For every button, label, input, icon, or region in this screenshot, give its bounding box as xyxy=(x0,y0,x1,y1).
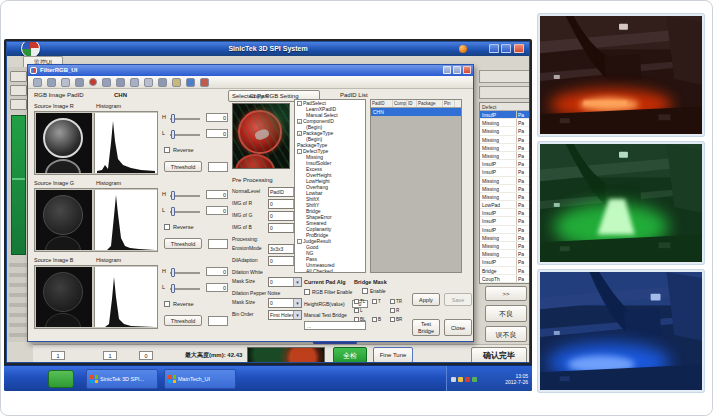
checkbox-icon[interactable] xyxy=(354,299,359,304)
bridge-mask-cell[interactable]: BR xyxy=(390,317,408,322)
more-button[interactable]: >> xyxy=(485,286,527,301)
bridge-mask-cell[interactable]: L xyxy=(354,308,372,313)
table-row[interactable]: MissingPa xyxy=(480,234,529,242)
confirm-done-button[interactable]: 确认完毕 xyxy=(471,347,527,363)
l-value-input[interactable]: 0 xyxy=(206,129,228,138)
table-row[interactable]: MissingPa xyxy=(480,242,529,250)
apply-button[interactable]: Apply xyxy=(412,293,440,306)
checkbox-icon[interactable] xyxy=(372,299,377,304)
sidebar-tool-button[interactable] xyxy=(10,99,27,110)
status-value-2[interactable]: 1 xyxy=(103,351,117,360)
table-row[interactable]: BridgePa xyxy=(480,267,529,275)
checkbox-icon[interactable] xyxy=(372,317,377,322)
tree-toggle-icon[interactable]: - xyxy=(297,101,302,106)
threshold-button[interactable]: Threshold xyxy=(164,238,202,249)
table-row[interactable]: InsufPPa xyxy=(480,209,529,217)
l-slider-thumb[interactable] xyxy=(171,284,175,293)
minimize-button[interactable] xyxy=(489,44,499,53)
tray-icon[interactable] xyxy=(465,377,470,382)
dialog-maximize-button[interactable] xyxy=(453,66,461,74)
pre-processing-dropdown[interactable]: 0▾ xyxy=(268,298,302,308)
tray-icon[interactable] xyxy=(451,377,456,382)
checkbox-icon[interactable] xyxy=(390,299,395,304)
threshold-value-box[interactable] xyxy=(208,316,228,326)
threshold-button[interactable]: Threshold xyxy=(164,315,202,326)
l-value-input[interactable]: 0 xyxy=(206,206,228,215)
bridge-mask-cell[interactable]: TL xyxy=(354,299,372,304)
table-row[interactable]: CoupThPa xyxy=(480,275,529,283)
checkbox-icon[interactable] xyxy=(390,317,395,322)
table-row[interactable]: MissingPa xyxy=(480,127,529,135)
sidebar-tool-button[interactable] xyxy=(10,85,27,96)
toolbar-icon[interactable] xyxy=(186,78,195,87)
toolbar-icon[interactable] xyxy=(47,78,56,87)
status-value-1[interactable]: 1 xyxy=(51,351,65,360)
table-row[interactable]: MissingPa xyxy=(480,177,529,185)
table-row[interactable]: MissingPa xyxy=(480,136,529,144)
checkbox-icon[interactable] xyxy=(390,308,395,313)
toolbar-icon[interactable] xyxy=(89,78,97,86)
pre-processing-dropdown[interactable]: First Holes▾ xyxy=(268,310,302,320)
pad-list-selected-row[interactable]: CHN xyxy=(371,108,461,116)
tray-icon[interactable] xyxy=(472,377,477,382)
threshold-button[interactable]: Threshold xyxy=(164,161,202,172)
dialog-minimize-button[interactable] xyxy=(443,66,451,74)
bridge-mask-cell[interactable]: T xyxy=(372,299,390,304)
tree-toggle-icon[interactable]: + xyxy=(297,131,302,136)
table-row[interactable]: InsufPPa xyxy=(480,258,529,266)
toolbar-icon[interactable] xyxy=(172,78,181,87)
reverse-checkbox[interactable] xyxy=(164,301,170,307)
toolbar-icon[interactable] xyxy=(33,78,42,87)
tree-toggle-icon[interactable]: + xyxy=(297,119,302,124)
pad-list-column-header[interactable]: Comp xyxy=(393,100,407,107)
maximize-button[interactable] xyxy=(501,44,511,53)
l-slider-thumb[interactable] xyxy=(171,130,175,139)
pad-list-column-header[interactable]: ID xyxy=(407,100,417,107)
inspect-button[interactable]: 全检 xyxy=(333,347,367,363)
fine-tune-button[interactable]: Fine Tune xyxy=(373,347,413,363)
bridge-mask-cell[interactable]: B xyxy=(372,317,390,322)
table-row[interactable]: MissingPa xyxy=(480,144,529,152)
tree-toggle-icon[interactable]: - xyxy=(297,149,302,154)
sidebar-tool-button[interactable] xyxy=(10,71,27,82)
threshold-value-box[interactable] xyxy=(208,239,228,249)
tree-toggle-icon[interactable]: - xyxy=(297,239,302,244)
test-bridge-button[interactable]: Test Bridge xyxy=(412,319,440,336)
taskbar-item[interactable]: SinicTek 3D SPI... xyxy=(86,369,158,389)
table-row[interactable]: LowPadPa xyxy=(480,201,529,209)
table-row[interactable]: MissingPa xyxy=(480,152,529,160)
table-row[interactable]: MissingPa xyxy=(480,250,529,258)
h-value-input[interactable]: 0 xyxy=(206,267,228,276)
pad-list-column-header[interactable]: PadID xyxy=(371,100,393,107)
close-button[interactable] xyxy=(514,44,524,53)
toolbar-icon[interactable] xyxy=(130,78,139,87)
pad-list-column-header[interactable]: Package xyxy=(417,100,443,107)
pre-processing-dropdown[interactable]: 0▾ xyxy=(268,277,302,287)
reverse-checkbox[interactable] xyxy=(164,224,170,230)
ng-button[interactable]: 不良 xyxy=(485,305,527,322)
table-row[interactable]: MissingPa xyxy=(480,185,529,193)
toolbar-icon[interactable] xyxy=(158,78,167,87)
taskbar-item[interactable]: MainTech_UI xyxy=(164,369,236,389)
bridge-mask-cell[interactable]: TR xyxy=(390,299,408,304)
h-slider-thumb[interactable] xyxy=(171,191,175,200)
toolbar-icon[interactable] xyxy=(61,78,70,87)
start-button[interactable] xyxy=(48,370,74,388)
l-value-input[interactable]: 0 xyxy=(206,283,228,292)
l-slider-thumb[interactable] xyxy=(171,207,175,216)
false-ng-button[interactable]: 误不良 xyxy=(485,326,527,342)
toolbar-icon[interactable] xyxy=(102,78,111,87)
table-row[interactable]: InsufPPa xyxy=(480,168,529,176)
tray-icon[interactable] xyxy=(458,377,463,382)
h-slider-thumb[interactable] xyxy=(171,268,175,277)
checkbox-icon[interactable] xyxy=(354,308,359,313)
h-value-input[interactable]: 0 xyxy=(206,190,228,199)
table-row[interactable]: InsufPPa xyxy=(480,111,529,119)
h-value-input[interactable]: 0 xyxy=(206,113,228,122)
save-button[interactable]: Save xyxy=(444,293,472,306)
pad-list-column-header[interactable]: Pin xyxy=(443,100,455,107)
threshold-value-box[interactable] xyxy=(208,162,228,172)
h-slider-thumb[interactable] xyxy=(171,114,175,123)
toolbar-icon[interactable] xyxy=(75,78,84,87)
table-row[interactable]: InsufPPa xyxy=(480,160,529,168)
